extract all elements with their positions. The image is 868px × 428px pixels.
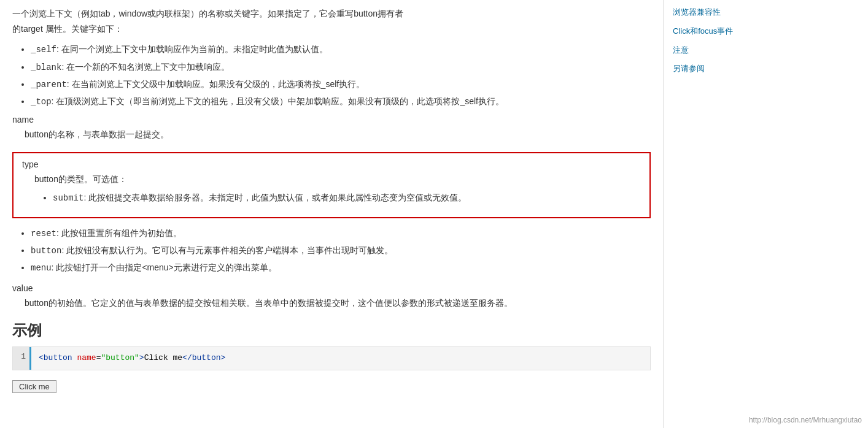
button-key: button <box>31 246 61 256</box>
list-item-parent: _parent: 在当前浏览上下文父级中加载响应。如果没有父级的，此选项将按_s… <box>31 77 651 93</box>
top-desc: : 在顶级浏览上下文（即当前浏览上下文的祖先，且没有父级）中架加载响应。如果没有… <box>52 96 504 106</box>
button-desc: : 此按钮没有默认行为。它可以有与元素事件相关的客户端脚本，当事件出现时可触发。 <box>61 245 393 255</box>
top-key: _top <box>31 97 52 107</box>
example-heading: 示例 <box>12 321 651 340</box>
parent-key: _parent <box>31 80 67 90</box>
name-attr-label: name <box>12 115 651 124</box>
menu-key: menu <box>31 263 52 273</box>
type-attr-desc: button的类型。可选值： submit: 此按钮提交表单数据给服务器。未指定… <box>34 172 641 205</box>
intro-line2: 的target 属性。关键字如下： <box>12 24 123 34</box>
menu-desc: : 此按钮打开一个由指定<menu>元素进行定义的弹出菜单。 <box>52 262 277 272</box>
name-attr-desc: button的名称，与表单数据一起提交。 <box>25 127 651 142</box>
value-attr-desc: button的初始值。它定义的值与表单数据的提交按钮相关联。当表单中的数据被提交… <box>25 296 651 311</box>
line-number: 1 <box>13 347 31 370</box>
sidebar-link-compatibility[interactable]: 浏览器兼容性 <box>673 6 752 19</box>
blank-desc: : 在一个新的不知名浏览上下文中加载响应。 <box>61 62 230 72</box>
code-tag-close: > <box>139 353 144 362</box>
sidebar-link-note[interactable]: 注意 <box>673 44 752 57</box>
list-item-top: _top: 在顶级浏览上下文（即当前浏览上下文的祖先，且没有父级）中架加载响应。… <box>31 94 651 110</box>
value-attr-section: value button的初始值。它定义的值与表单数据的提交按钮相关联。当表单中… <box>12 283 651 311</box>
blank-key: _blank <box>31 63 61 72</box>
list-item-self: _self: 在同一个浏览上下文中加载响应作为当前的。未指定时此值为默认值。 <box>31 42 651 58</box>
self-key: _self <box>31 45 56 55</box>
self-desc: : 在同一个浏览上下文中加载响应作为当前的。未指定时此值为默认值。 <box>56 44 328 54</box>
type-attr-label: type <box>22 159 641 169</box>
code-tag-open: <button <box>39 353 72 362</box>
name-attr-section: name button的名称，与表单数据一起提交。 <box>12 115 651 142</box>
code-attr-name: name <box>72 353 96 362</box>
reset-desc: : 此按钮重置所有组件为初始值。 <box>56 228 182 238</box>
reset-key: reset <box>31 229 56 239</box>
list-item-blank: _blank: 在一个新的不知名浏览上下文中加载响应。 <box>31 59 651 75</box>
code-text: Click me <box>144 353 182 362</box>
watermark: http://blog.csdn.net/Mrhuangxiutao <box>749 416 862 424</box>
type-submit: submit: 此按钮提交表单数据给服务器。未指定时，此值为默认值，或者如果此属… <box>53 190 641 206</box>
type-menu: menu: 此按钮打开一个由指定<menu>元素进行定义的弹出菜单。 <box>31 260 651 276</box>
main-content: 一个浏览上下文（例如tab，window或内联框架）的名称或关键字。如果指定了，… <box>0 0 663 428</box>
sidebar-link-click-focus[interactable]: Click和focus事件 <box>673 25 752 38</box>
type-list: submit: 此按钮提交表单数据给服务器。未指定时，此值为默认值，或者如果此属… <box>53 190 641 206</box>
type-attr-section: type button的类型。可选值： submit: 此按钮提交表单数据给服务… <box>12 152 651 218</box>
sidebar-link-see-also[interactable]: 另请参阅 <box>673 63 752 75</box>
type-reset: reset: 此按钮重置所有组件为初始值。 <box>31 226 651 242</box>
submit-key: submit <box>53 193 83 203</box>
demo-button[interactable]: Click me <box>12 380 56 393</box>
type-button: button: 此按钮没有默认行为。它可以有与元素事件相关的客户端脚本，当事件出… <box>31 243 651 259</box>
intro-paragraph: 一个浏览上下文（例如tab，window或内联框架）的名称或关键字。如果指定了，… <box>12 6 651 37</box>
code-attr-val: "button" <box>101 353 139 362</box>
parent-desc: : 在当前浏览上下文父级中加载响应。如果没有父级的，此选项将按_self执行。 <box>67 79 365 89</box>
value-attr-label: value <box>12 283 651 293</box>
target-list: _self: 在同一个浏览上下文中加载响应作为当前的。未指定时此值为默认值。 _… <box>31 42 651 110</box>
code-block: 1 <button name="button">Click me</button… <box>12 346 651 370</box>
code-content: <button name="button">Click me</button> <box>31 347 233 370</box>
type-extra-list: reset: 此按钮重置所有组件为初始值。 button: 此按钮没有默认行为。… <box>31 226 651 277</box>
intro-line1: 一个浏览上下文（例如tab，window或内联框架）的名称或关键字。如果指定了，… <box>12 9 403 18</box>
submit-desc: : 此按钮提交表单数据给服务器。未指定时，此值为默认值，或者如果此属性动态变为空… <box>83 193 467 202</box>
sidebar: 浏览器兼容性 Click和focus事件 注意 另请参阅 <box>663 0 761 428</box>
code-end-tag: </button> <box>182 353 225 362</box>
